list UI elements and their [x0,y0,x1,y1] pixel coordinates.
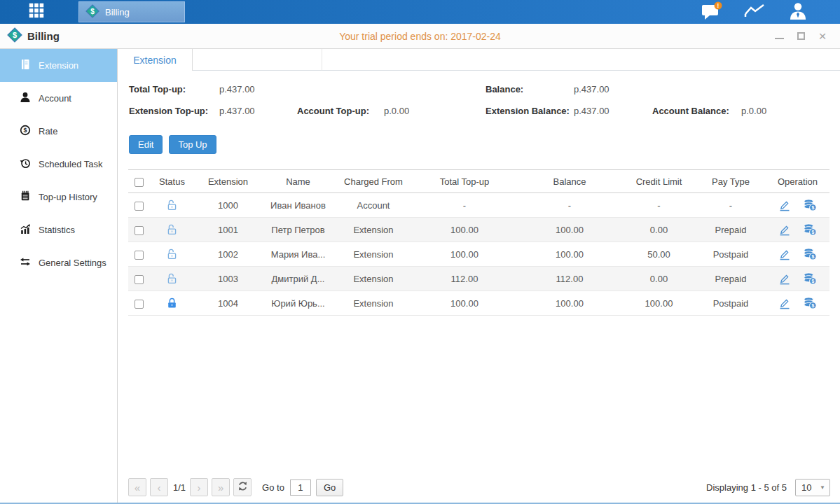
edit-row-icon[interactable] [778,248,791,260]
goto-page-input[interactable] [290,479,311,496]
line-chart-icon [744,2,765,22]
pagination-bar: « ‹ 1/1 › » Go to [118,475,840,503]
edit-row-icon[interactable] [778,200,791,211]
refresh-icon [237,481,248,493]
select-all-checkbox[interactable] [135,178,144,187]
sidebar-item-scheduled-task[interactable]: Scheduled Task [0,148,117,181]
taskbar-tab-label: Billing [105,7,130,18]
topbar-right-icons: ! [700,2,840,22]
topup-button[interactable]: Top Up [169,135,216,154]
window-controls: × [774,31,840,41]
sidebar-item-extension[interactable]: Extension [0,49,117,82]
svg-text:$: $ [811,279,814,284]
cell-balance: 100.00 [517,218,622,242]
row-checkbox[interactable] [135,226,144,235]
topup-row-icon[interactable]: $ [803,199,817,211]
page-size-dropdown[interactable]: 10 ▼ [795,479,830,496]
table-row: 1000 Иван Иванов Account - - - - [128,193,829,218]
window-title: Billing [27,30,60,42]
sidebar-item-label: Top-up History [39,192,97,202]
close-button[interactable]: × [818,31,827,41]
main-area: Extension Account $ Rate [0,49,840,503]
billing-diamond-icon: $ [85,4,99,20]
svg-text:$: $ [13,31,17,39]
maximize-button[interactable] [796,31,806,41]
cell-credit-limit: 0.00 [622,218,696,242]
extension-topup-label: Extension Top-up: [129,106,208,116]
cell-credit-limit: - [622,193,696,218]
total-topup-value: p.437.00 [219,84,255,94]
billing-app-window: $ Billing ! [0,0,840,504]
user-icon [788,1,808,23]
svg-text:$: $ [811,303,814,309]
row-checkbox[interactable] [135,275,144,284]
trial-notice: Your trial period ends on: 2017-02-24 [0,31,840,42]
extension-balance-value: p.437.00 [574,106,610,116]
edit-button[interactable]: Edit [129,135,163,154]
cell-balance: 100.00 [517,291,622,316]
edit-row-icon[interactable] [778,298,791,309]
notifications-button[interactable]: ! [700,2,722,22]
first-page-button[interactable]: « [128,478,146,496]
minimize-button[interactable] [774,31,784,41]
taskbar-tab-billing[interactable]: $ Billing [78,1,185,22]
sidebar-item-label: Scheduled Task [39,159,103,169]
refresh-button[interactable] [233,478,252,496]
sidebar-item-rate[interactable]: $ Rate [0,115,117,148]
column-header-operation: Operation [766,170,829,193]
table-row: 1004 Юрий Юрь... Extension 100.00 100.00… [128,291,829,316]
sidebar-item-statistics[interactable]: Statistics [0,214,117,246]
account-balance-label: Account Balance: [652,106,729,116]
chevron-down-icon: ▼ [820,484,829,491]
cell-balance: - [517,193,622,218]
svg-text:$: $ [811,230,814,235]
resource-monitor-button[interactable] [743,2,766,22]
edit-row-icon[interactable] [778,224,791,236]
sidebar-item-account[interactable]: Account [0,82,117,115]
column-header-name: Name [261,170,335,193]
cell-charged-from: Account [335,193,412,218]
go-button[interactable]: Go [316,479,343,496]
chat-bubble-icon: ! [701,1,722,23]
app-launcher-button[interactable] [25,1,48,22]
cell-extension: 1001 [195,218,261,242]
transfer-arrows-icon [20,256,31,270]
next-page-button[interactable]: › [190,478,208,496]
cell-charged-from: Extension [335,267,412,291]
column-header-status: Status [149,170,195,193]
cell-charged-from: Extension [335,291,412,316]
sidebar-item-label: Rate [39,126,57,136]
top-bar: $ Billing ! [0,0,840,24]
page-size-value: 10 [796,482,820,493]
row-checkbox[interactable] [135,202,144,211]
sidebar-item-general-settings[interactable]: General Settings [0,246,117,279]
column-header-charged-from: Charged From [335,170,412,193]
cell-extension: 1000 [195,193,261,218]
svg-text:$: $ [23,127,27,134]
topup-row-icon[interactable]: $ [803,297,817,309]
prev-page-button[interactable]: ‹ [150,478,168,496]
row-checkbox[interactable] [135,251,144,260]
balance-value: p.437.00 [574,84,610,94]
account-balance-value: p.0.00 [741,106,766,116]
topup-row-icon[interactable]: $ [803,272,817,285]
tab-strip-rest [322,49,840,71]
column-header-extension: Extension [195,170,261,193]
tab-extension[interactable]: Extension [118,49,193,71]
sidebar-item-topup-history[interactable]: Top-up History [0,181,117,214]
cell-balance: 100.00 [517,242,622,267]
topup-row-icon[interactable]: $ [803,248,817,260]
cell-balance: 112.00 [517,267,622,291]
last-page-button[interactable]: » [212,478,230,496]
account-topup-label: Account Top-up: [297,106,369,116]
topup-row-icon[interactable]: $ [803,223,817,236]
ledger-icon [20,59,31,72]
table-body: 1000 Иван Иванов Account - - - - [128,193,829,316]
edit-row-icon[interactable] [778,273,791,285]
cell-credit-limit: 100.00 [622,291,696,316]
cell-pay-type: - [696,193,766,218]
row-checkbox[interactable] [135,300,144,309]
user-account-button[interactable] [787,2,809,22]
unlock-icon [166,223,178,236]
notification-badge: ! [717,1,719,8]
